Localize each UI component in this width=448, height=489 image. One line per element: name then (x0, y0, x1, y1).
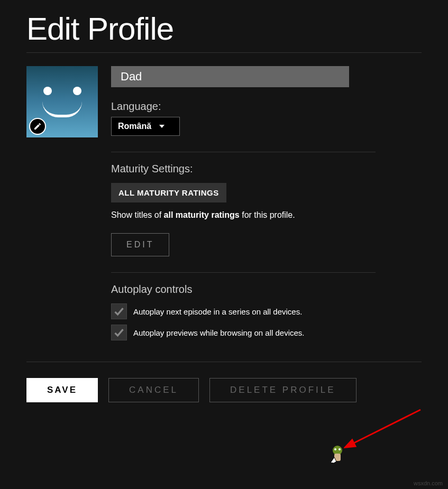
profile-content: Language: Română Maturity Settings: ALL … (111, 66, 376, 346)
autoplay-preview-checkbox[interactable] (111, 325, 127, 340)
edit-maturity-button[interactable]: EDIT (111, 233, 169, 256)
delete-profile-button[interactable]: DELETE PROFILE (209, 378, 356, 402)
autoplay-next-row: Autoplay next episode in a series on all… (111, 303, 376, 319)
maturity-description: Show titles of all maturity ratings for … (111, 210, 376, 220)
language-block: Language: Română (111, 100, 376, 136)
language-label: Language: (111, 100, 376, 113)
svg-line-0 (352, 410, 420, 444)
footer-divider (26, 362, 422, 362)
autoplay-next-checkbox[interactable] (111, 303, 127, 319)
maturity-desc-suffix: for this profile. (240, 210, 295, 219)
autoplay-next-text: Autoplay next episode in a series on all… (133, 307, 302, 316)
maturity-desc-bold: all maturity ratings (164, 210, 240, 219)
maturity-desc-prefix: Show titles of (111, 210, 164, 219)
maturity-badge: ALL MATURITY RATINGS (111, 183, 226, 202)
cancel-button[interactable]: CANCEL (108, 378, 199, 402)
autoplay-section: Autoplay controls Autoplay next episode … (111, 283, 376, 340)
svg-point-1 (333, 446, 342, 455)
avatar-eye-right (73, 87, 81, 95)
avatar-eye-left (43, 87, 52, 95)
annotation-arrow (344, 407, 423, 449)
autoplay-preview-row: Autoplay previews while browsing on all … (111, 325, 376, 340)
avatar-eyes (43, 87, 81, 95)
check-icon (114, 327, 124, 338)
svg-point-3 (334, 448, 336, 450)
maturity-label: Maturity Settings: (111, 163, 376, 175)
watermark-text: wsxdn.com (414, 480, 443, 486)
language-dropdown[interactable]: Română (111, 117, 180, 136)
autoplay-label: Autoplay controls (111, 283, 376, 296)
autoplay-preview-text: Autoplay previews while browsing on all … (133, 328, 305, 337)
section-divider-autoplay (111, 272, 376, 273)
language-selected-value: Română (118, 122, 151, 131)
footer-buttons: SAVE CANCEL DELETE PROFILE (0, 378, 448, 402)
pencil-icon (33, 122, 42, 131)
section-divider-maturity (111, 152, 376, 152)
profile-main-row: Language: Română Maturity Settings: ALL … (26, 53, 422, 346)
svg-point-4 (339, 448, 341, 450)
maturity-section: Maturity Settings: ALL MATURITY RATINGS … (111, 163, 376, 256)
profile-name-input[interactable] (111, 66, 349, 87)
avatar-smile (42, 102, 82, 117)
annotation-cursor-icon (328, 444, 349, 465)
svg-rect-2 (334, 454, 341, 461)
chevron-down-icon (159, 125, 164, 128)
save-button[interactable]: SAVE (26, 378, 98, 402)
check-icon (114, 306, 124, 317)
avatar-column (26, 66, 98, 137)
edit-avatar-button[interactable] (29, 118, 46, 135)
page-title: Edit Profile (26, 11, 422, 47)
